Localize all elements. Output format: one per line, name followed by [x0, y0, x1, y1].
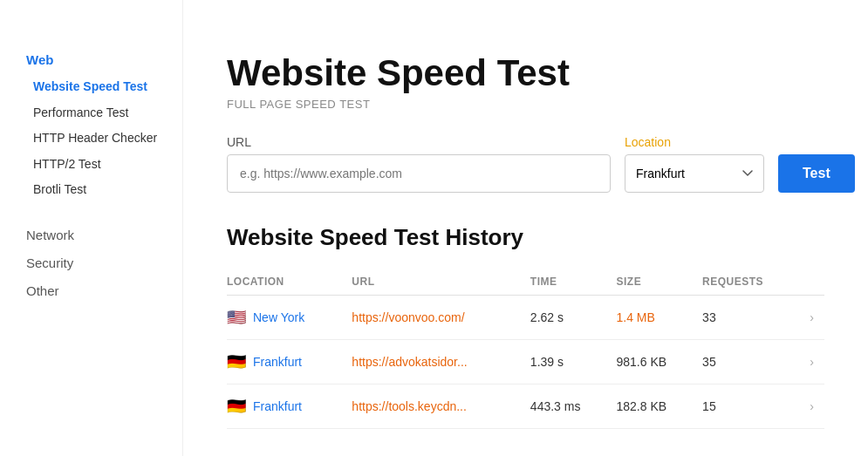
size-value: 1.4 MB: [616, 296, 702, 340]
sidebar-item-performance-test[interactable]: Performance Test: [26, 100, 182, 126]
sidebar-item-website-speed-test[interactable]: Website Speed Test: [26, 74, 182, 100]
col-size: SIZE: [616, 269, 702, 296]
table-row[interactable]: 🇩🇪 Frankfurt https://advokatsidor... 1.3…: [227, 340, 824, 385]
location-value: Frankfurt: [253, 355, 302, 369]
location-value: New York: [253, 310, 304, 324]
size-value: 182.8 KB: [616, 385, 702, 429]
row-chevron[interactable]: ›: [803, 385, 824, 429]
col-url: URL: [352, 269, 530, 296]
time-value: 1.39 s: [530, 340, 617, 385]
main-content: Website Speed Test Full Page Speed Test …: [183, 0, 868, 456]
size-value: 981.6 KB: [616, 340, 702, 385]
url-location-row: URL Location Frankfurt New York London S…: [227, 135, 824, 193]
url-input-group: URL: [227, 135, 611, 193]
location-value: Frankfurt: [253, 399, 302, 413]
url-value: https://advokatsidor...: [352, 340, 530, 385]
col-time: TIME: [530, 269, 617, 296]
row-chevron[interactable]: ›: [803, 340, 824, 385]
table-row[interactable]: 🇩🇪 Frankfurt https://tools.keycdn... 443…: [227, 385, 824, 429]
page-subtitle: Full Page Speed Test: [227, 98, 824, 111]
sidebar-category-other[interactable]: Other: [26, 275, 182, 303]
requests-value: 15: [702, 385, 803, 429]
history-title: Website Speed Test History: [227, 224, 824, 251]
history-table: LOCATION URL TIME SIZE REQUESTS 🇺🇸 New Y…: [227, 269, 824, 429]
table-row[interactable]: 🇺🇸 New York https://voonvoo.com/ 2.62 s …: [227, 296, 824, 340]
sidebar-section-web[interactable]: Web: [26, 52, 182, 67]
requests-value: 33: [702, 296, 803, 340]
url-label: URL: [227, 135, 611, 149]
location-select-group: Location Frankfurt New York London Singa…: [625, 135, 764, 193]
location-select[interactable]: Frankfurt New York London Singapore Toky…: [625, 154, 764, 193]
page-title: Website Speed Test: [227, 52, 824, 94]
requests-value: 35: [702, 340, 803, 385]
col-requests: REQUESTS: [702, 269, 803, 296]
url-input[interactable]: [227, 154, 611, 193]
flag-icon: 🇩🇪: [227, 397, 246, 416]
col-action: [803, 269, 824, 296]
url-value: https://tools.keycdn...: [352, 385, 530, 429]
sidebar: Web Website Speed Test Performance Test …: [0, 0, 183, 456]
flag-icon: 🇺🇸: [227, 308, 246, 327]
sidebar-item-brotli-test[interactable]: Brotli Test: [26, 177, 182, 203]
test-button[interactable]: Test: [778, 154, 855, 193]
time-value: 2.62 s: [530, 296, 617, 340]
sidebar-category-network[interactable]: Network: [26, 219, 182, 247]
sidebar-item-http2-test[interactable]: HTTP/2 Test: [26, 152, 182, 178]
sidebar-item-http-header-checker[interactable]: HTTP Header Checker: [26, 126, 182, 152]
col-location: LOCATION: [227, 269, 352, 296]
time-value: 443.3 ms: [530, 385, 617, 429]
row-chevron[interactable]: ›: [803, 296, 824, 340]
sidebar-category-security[interactable]: Security: [26, 247, 182, 275]
url-value: https://voonvoo.com/: [352, 296, 530, 340]
flag-icon: 🇩🇪: [227, 352, 246, 371]
location-label: Location: [625, 135, 764, 149]
